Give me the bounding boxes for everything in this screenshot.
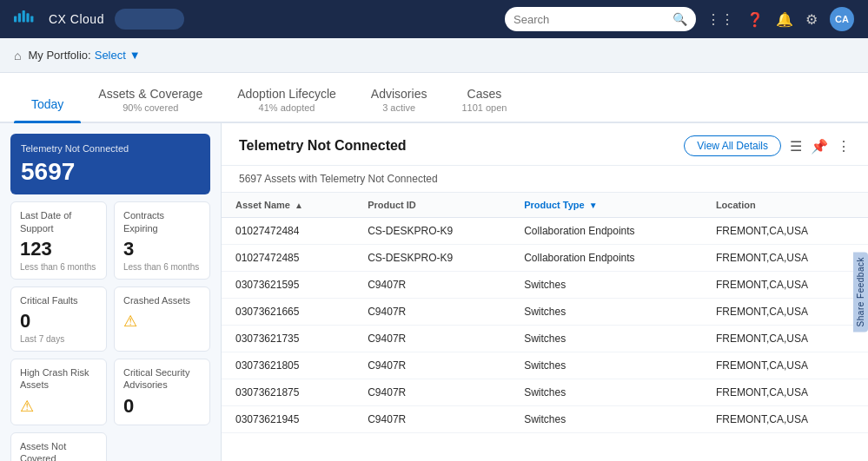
cell-product-type: Switches [510,299,702,326]
cell-asset-name: 03073621595 [222,272,354,299]
chevron-down-icon: ▼ [129,49,141,62]
search-input[interactable] [514,13,667,26]
cell-location: FREMONT,CA,USA [702,406,868,433]
cell-asset-name: 03073621735 [222,326,354,352]
cell-product-type: Switches [510,326,702,352]
high-crash-risk-card[interactable]: High Crash Risk Assets ⚠ [10,359,107,425]
cell-product-id: C9407R [354,326,510,352]
assets-not-covered-label: Assets Not Covered [20,440,97,461]
location-pin-icon[interactable]: 📌 [811,138,828,155]
avatar[interactable]: CA [830,7,854,31]
cell-product-id: C9407R [354,379,510,406]
cell-product-id: C9407R [354,299,510,326]
content-title: Telemetry Not Connected [239,138,407,154]
portfolio-select[interactable]: Select ▼ [95,49,141,62]
gear-icon[interactable]: ⚙ [805,11,818,28]
table-row[interactable]: 03073621735 C9407R Switches FREMONT,CA,U… [222,326,868,352]
help-icon[interactable]: ❓ [746,11,764,28]
telemetry-primary-card[interactable]: Telemetry Not Connected 5697 [10,134,210,194]
tab-cases[interactable]: Cases 1101 open [444,87,524,122]
critical-security-card[interactable]: Critical Security Advisories 0 [114,359,210,425]
more-options-icon[interactable]: ⋮ [837,138,851,155]
contracts-expiring-card[interactable]: Contracts Expiring 3 Less than 6 months [114,201,210,280]
tab-advisories[interactable]: Advisories 3 active [354,87,445,122]
table-row[interactable]: 03073621805 C9407R Switches FREMONT,CA,U… [222,352,868,379]
cell-product-type: Collaboration Endpoints [510,245,702,272]
tab-today[interactable]: Today [14,97,81,122]
app-title: CX Cloud [49,12,104,26]
table-row[interactable]: 03073621665 C9407R Switches FREMONT,CA,U… [222,299,868,326]
view-all-button[interactable]: View All Details [684,135,781,156]
tabs-bar: Today Assets & Coverage 90% covered Adop… [0,73,868,123]
crashed-assets-card[interactable]: Crashed Assets ⚠ [114,286,210,352]
svg-rect-0 [14,16,17,22]
table-row[interactable]: 03073621875 C9407R Switches FREMONT,CA,U… [222,379,868,406]
table-row[interactable]: 03073621945 C9407R Switches FREMONT,CA,U… [222,406,868,433]
list-icon[interactable]: ☰ [790,138,802,155]
stats-grid: Last Date of Support 123 Less than 6 mon… [10,201,210,461]
contracts-expiring-value: 3 [123,238,201,260]
cell-asset-name: 03073621805 [222,352,354,379]
cell-location: FREMONT,CA,USA [702,245,868,272]
tab-assets-coverage-sub: 90% covered [123,102,178,113]
tab-today-title: Today [31,97,63,111]
svg-rect-3 [26,13,29,22]
last-date-support-card[interactable]: Last Date of Support 123 Less than 6 mon… [10,201,107,280]
table-container[interactable]: Asset Name ▲ Product ID Product Type ▼ L… [222,193,868,461]
cell-location: FREMONT,CA,USA [702,272,868,299]
cisco-logo: CX Cloud [14,10,104,28]
table-row[interactable]: 01027472485 CS-DESKPRO-K9 Collaboration … [222,245,868,272]
contracts-expiring-sub: Less than 6 months [123,262,201,272]
col-asset-name[interactable]: Asset Name ▲ [222,193,354,218]
table-header: Asset Name ▲ Product ID Product Type ▼ L… [222,193,868,218]
cell-product-type: Collaboration Endpoints [510,218,702,245]
tab-advisories-sub: 3 active [382,102,415,113]
search-box[interactable]: 🔍 [505,7,696,31]
critical-security-label: Critical Security Advisories [123,366,201,392]
last-date-support-sub: Less than 6 months [20,262,97,272]
svg-rect-2 [23,10,25,23]
warning-icon-crash-risk: ⚠ [20,397,97,416]
svg-rect-4 [30,16,33,22]
cell-product-type: Switches [510,272,702,299]
cell-location: FREMONT,CA,USA [702,218,868,245]
content-subtitle: 5697 Assets with Telemetry Not Connected [222,166,868,193]
tab-adoption-lifecycle[interactable]: Adoption Lifecycle 41% adopted [220,87,354,122]
cell-location: FREMONT,CA,USA [702,326,868,352]
col-product-id[interactable]: Product ID [354,193,510,218]
assets-table: Asset Name ▲ Product ID Product Type ▼ L… [222,193,868,433]
bell-icon[interactable]: 🔔 [776,11,793,28]
cell-product-id: C9407R [354,272,510,299]
cell-product-id: C9407R [354,406,510,433]
contracts-expiring-label: Contracts Expiring [123,209,201,234]
cell-product-id: CS-DESKPRO-K9 [354,218,510,245]
cisco-logo-icon [14,10,42,28]
svg-rect-1 [18,13,21,22]
tab-adoption-lifecycle-sub: 41% adopted [259,102,315,113]
home-icon[interactable]: ⌂ [14,49,21,63]
nav-icons: ⋮⋮ ❓ 🔔 ⚙ CA [706,7,854,31]
critical-faults-card[interactable]: Critical Faults 0 Last 7 days [10,286,107,352]
share-feedback-tab[interactable]: Share Feedback [853,252,868,332]
table-row[interactable]: 03073621595 C9407R Switches FREMONT,CA,U… [222,272,868,299]
portfolio-select-label: Select [95,49,126,62]
table-row[interactable]: 01027472484 CS-DESKPRO-K9 Collaboration … [222,218,868,245]
critical-faults-sub: Last 7 days [20,334,97,344]
assets-not-covered-card[interactable]: Assets Not Covered 584 [10,432,107,461]
cell-product-id: CS-DESKPRO-K9 [354,245,510,272]
table-body: 01027472484 CS-DESKPRO-K9 Collaboration … [222,218,868,433]
grid-icon[interactable]: ⋮⋮ [706,11,734,28]
col-location[interactable]: Location [702,193,868,218]
cell-asset-name: 03073621945 [222,406,354,433]
search-icon: 🔍 [673,12,687,26]
crashed-assets-label: Crashed Assets [123,294,201,306]
tab-cases-sub: 1101 open [461,102,507,113]
top-nav: CX Cloud 🔍 ⋮⋮ ❓ 🔔 ⚙ CA [0,0,868,38]
sort-arrow-asset-name: ▲ [295,201,303,210]
tab-assets-coverage[interactable]: Assets & Coverage 90% covered [81,87,220,122]
cell-asset-name: 03073621875 [222,379,354,406]
nav-pill[interactable] [115,9,184,30]
header-actions: View All Details ☰ 📌 ⋮ [684,135,851,156]
col-product-type[interactable]: Product Type ▼ [510,193,702,218]
cell-product-type: Switches [510,352,702,379]
